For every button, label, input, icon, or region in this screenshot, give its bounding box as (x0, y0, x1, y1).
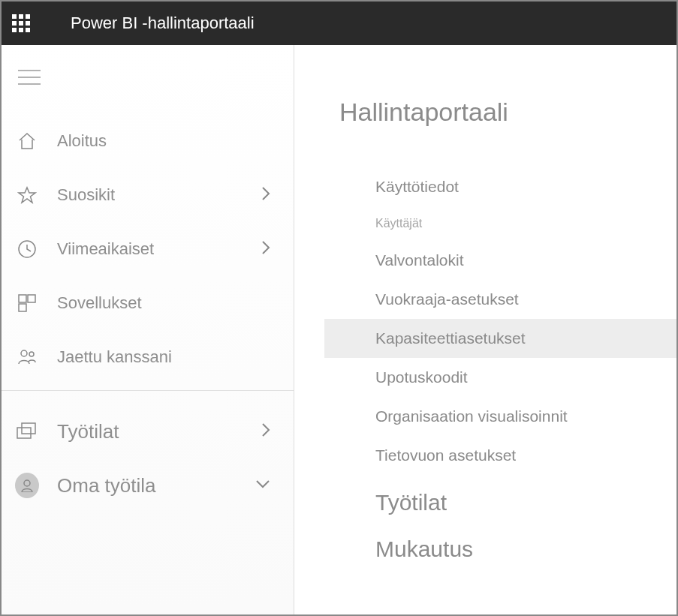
svg-rect-4 (19, 295, 26, 302)
svg-point-11 (24, 480, 30, 486)
apps-icon (15, 293, 39, 313)
svg-point-8 (29, 352, 34, 356)
sidebar-item-label: Suosikit (57, 185, 261, 205)
svg-rect-6 (28, 295, 35, 302)
sidebar-item-shared[interactable]: Jaettu kanssani (2, 330, 294, 384)
svg-rect-9 (17, 428, 31, 438)
admin-nav-customization[interactable]: Mukautus (339, 521, 676, 568)
workspaces-icon (15, 422, 39, 441)
admin-nav-users[interactable]: Käyttäjät (339, 206, 676, 241)
app-title: Power BI -hallintaportaali (71, 14, 255, 33)
sidebar-item-label: Työtilat (57, 420, 261, 443)
divider (2, 390, 294, 391)
star-icon (15, 185, 39, 205)
sidebar-item-workspaces[interactable]: Työtilat (2, 404, 294, 458)
sidebar-item-recent[interactable]: Viimeaikaiset (2, 222, 294, 276)
sidebar-item-home[interactable]: Aloitus (2, 114, 294, 168)
main-content: Hallintaportaali Käyttötiedot Käyttäjät … (294, 45, 676, 614)
sidebar-item-label: Jaettu kanssani (57, 347, 271, 367)
chevron-right-icon (261, 422, 271, 441)
admin-nav-capacity-settings[interactable]: Kapasiteettiasetukset (324, 319, 678, 358)
clock-icon (15, 239, 39, 259)
svg-rect-10 (22, 423, 35, 434)
sidebar-item-label: Oma työtila (57, 474, 255, 497)
svg-point-7 (21, 350, 27, 356)
sidebar-item-apps[interactable]: Sovellukset (2, 276, 294, 330)
sidebar-item-my-workspace[interactable]: Oma työtila (2, 458, 294, 512)
avatar-icon (15, 473, 39, 498)
admin-nav-auditlogs[interactable]: Valvontalokit (339, 241, 676, 280)
app-launcher-icon[interactable] (12, 14, 30, 32)
sidebar: Aloitus Suosikit Viimeaikaiset Sov (2, 45, 294, 614)
svg-rect-5 (19, 304, 26, 311)
sidebar-item-label: Aloitus (57, 131, 271, 151)
admin-nav-dataflow-settings[interactable]: Tietovuon asetukset (339, 436, 676, 475)
sidebar-item-favorites[interactable]: Suosikit (2, 168, 294, 222)
chevron-down-icon (255, 479, 271, 492)
admin-nav-org-visuals[interactable]: Organisaation visualisoinnit (339, 397, 676, 436)
shared-icon (15, 347, 39, 367)
sidebar-item-label: Viimeaikaiset (57, 239, 261, 259)
admin-nav-embed-codes[interactable]: Upotuskoodit (339, 358, 676, 397)
home-icon (15, 131, 39, 151)
chevron-right-icon (261, 185, 271, 205)
admin-nav-usage[interactable]: Käyttötiedot (339, 167, 676, 206)
app-header: Power BI -hallintaportaali (2, 2, 676, 45)
hamburger-icon[interactable] (18, 69, 294, 89)
admin-nav-workspaces[interactable]: Työtilat (339, 475, 676, 521)
chevron-right-icon (261, 239, 271, 259)
admin-nav-tenant-settings[interactable]: Vuokraaja-asetukset (339, 280, 676, 319)
sidebar-item-label: Sovellukset (57, 293, 271, 313)
page-title: Hallintaportaali (339, 98, 676, 127)
